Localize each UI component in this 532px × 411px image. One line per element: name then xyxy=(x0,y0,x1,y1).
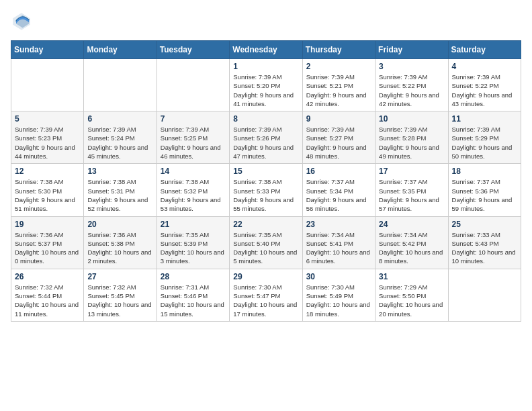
weekday-header-sunday: Sunday xyxy=(11,41,84,59)
day-number: 1 xyxy=(233,62,298,71)
cell-text: Sunrise: 7:39 AM Sunset: 5:23 PM Dayligh… xyxy=(15,125,80,161)
calendar-cell xyxy=(448,269,521,321)
cell-text: Sunrise: 7:34 AM Sunset: 5:41 PM Dayligh… xyxy=(306,230,371,266)
cell-text: Sunrise: 7:29 AM Sunset: 5:50 PM Dayligh… xyxy=(379,283,444,318)
week-row-2: 5Sunrise: 7:39 AM Sunset: 5:23 PM Daylig… xyxy=(11,111,521,164)
day-number: 27 xyxy=(87,272,152,281)
cell-text: Sunrise: 7:39 AM Sunset: 5:25 PM Dayligh… xyxy=(161,125,226,161)
page-header xyxy=(11,11,521,32)
cell-text: Sunrise: 7:39 AM Sunset: 5:21 PM Dayligh… xyxy=(306,73,371,108)
day-number: 29 xyxy=(233,272,298,281)
day-number: 28 xyxy=(161,272,226,281)
calendar-cell: 15Sunrise: 7:38 AM Sunset: 5:33 PM Dayli… xyxy=(230,164,302,216)
weekday-header-saturday: Saturday xyxy=(448,41,521,59)
calendar-cell: 8Sunrise: 7:39 AM Sunset: 5:26 PM Daylig… xyxy=(230,111,302,164)
calendar-cell: 20Sunrise: 7:36 AM Sunset: 5:38 PM Dayli… xyxy=(84,216,157,269)
day-number: 20 xyxy=(87,220,152,229)
weekday-header-friday: Friday xyxy=(375,41,448,59)
cell-text: Sunrise: 7:39 AM Sunset: 5:27 PM Dayligh… xyxy=(306,125,371,161)
calendar-cell: 29Sunrise: 7:30 AM Sunset: 5:47 PM Dayli… xyxy=(230,269,302,321)
day-number: 13 xyxy=(87,167,152,176)
cell-text: Sunrise: 7:33 AM Sunset: 5:43 PM Dayligh… xyxy=(452,230,517,266)
cell-text: Sunrise: 7:37 AM Sunset: 5:36 PM Dayligh… xyxy=(452,177,517,213)
weekday-header-row: SundayMondayTuesdayWednesdayThursdayFrid… xyxy=(11,41,521,59)
day-number: 22 xyxy=(233,220,298,229)
cell-text: Sunrise: 7:38 AM Sunset: 5:31 PM Dayligh… xyxy=(87,177,152,213)
cell-text: Sunrise: 7:30 AM Sunset: 5:47 PM Dayligh… xyxy=(233,283,298,318)
calendar-cell: 27Sunrise: 7:32 AM Sunset: 5:45 PM Dayli… xyxy=(84,269,157,321)
calendar-cell: 22Sunrise: 7:35 AM Sunset: 5:40 PM Dayli… xyxy=(230,216,302,269)
week-row-3: 12Sunrise: 7:38 AM Sunset: 5:30 PM Dayli… xyxy=(11,164,521,216)
calendar-cell: 1Sunrise: 7:39 AM Sunset: 5:20 PM Daylig… xyxy=(230,59,302,111)
calendar-cell: 24Sunrise: 7:34 AM Sunset: 5:42 PM Dayli… xyxy=(375,216,448,269)
day-number: 5 xyxy=(15,114,80,124)
week-row-5: 26Sunrise: 7:32 AM Sunset: 5:44 PM Dayli… xyxy=(11,269,521,321)
cell-text: Sunrise: 7:35 AM Sunset: 5:40 PM Dayligh… xyxy=(233,230,298,266)
logo xyxy=(11,11,35,32)
day-number: 7 xyxy=(161,114,226,124)
day-number: 31 xyxy=(379,272,444,281)
day-number: 10 xyxy=(379,114,444,124)
day-number: 25 xyxy=(452,220,517,229)
cell-text: Sunrise: 7:37 AM Sunset: 5:35 PM Dayligh… xyxy=(379,177,444,213)
calendar-cell: 26Sunrise: 7:32 AM Sunset: 5:44 PM Dayli… xyxy=(11,269,84,321)
cell-text: Sunrise: 7:36 AM Sunset: 5:37 PM Dayligh… xyxy=(15,230,80,266)
calendar-cell: 6Sunrise: 7:39 AM Sunset: 5:24 PM Daylig… xyxy=(84,111,157,164)
calendar-cell: 28Sunrise: 7:31 AM Sunset: 5:46 PM Dayli… xyxy=(157,269,229,321)
day-number: 12 xyxy=(15,167,80,176)
calendar-cell: 11Sunrise: 7:39 AM Sunset: 5:29 PM Dayli… xyxy=(448,111,521,164)
cell-text: Sunrise: 7:39 AM Sunset: 5:29 PM Dayligh… xyxy=(452,125,517,161)
cell-text: Sunrise: 7:39 AM Sunset: 5:24 PM Dayligh… xyxy=(87,125,152,161)
cell-text: Sunrise: 7:38 AM Sunset: 5:30 PM Dayligh… xyxy=(15,177,80,213)
calendar-cell: 7Sunrise: 7:39 AM Sunset: 5:25 PM Daylig… xyxy=(157,111,229,164)
calendar-cell: 21Sunrise: 7:35 AM Sunset: 5:39 PM Dayli… xyxy=(157,216,229,269)
day-number: 21 xyxy=(161,220,226,229)
weekday-header-thursday: Thursday xyxy=(302,41,375,59)
calendar-cell: 25Sunrise: 7:33 AM Sunset: 5:43 PM Dayli… xyxy=(448,216,521,269)
day-number: 4 xyxy=(452,62,517,71)
cell-text: Sunrise: 7:38 AM Sunset: 5:32 PM Dayligh… xyxy=(161,177,226,213)
day-number: 30 xyxy=(306,272,371,281)
calendar-cell: 23Sunrise: 7:34 AM Sunset: 5:41 PM Dayli… xyxy=(302,216,375,269)
cell-text: Sunrise: 7:39 AM Sunset: 5:26 PM Dayligh… xyxy=(233,125,298,161)
calendar-cell: 16Sunrise: 7:37 AM Sunset: 5:34 PM Dayli… xyxy=(302,164,375,216)
cell-text: Sunrise: 7:37 AM Sunset: 5:34 PM Dayligh… xyxy=(306,177,371,213)
cell-text: Sunrise: 7:32 AM Sunset: 5:45 PM Dayligh… xyxy=(87,283,152,318)
cell-text: Sunrise: 7:35 AM Sunset: 5:39 PM Dayligh… xyxy=(161,230,226,266)
calendar-cell: 4Sunrise: 7:39 AM Sunset: 5:22 PM Daylig… xyxy=(448,59,521,111)
calendar-cell: 17Sunrise: 7:37 AM Sunset: 5:35 PM Dayli… xyxy=(375,164,448,216)
logo-icon xyxy=(11,11,32,32)
calendar-cell: 19Sunrise: 7:36 AM Sunset: 5:37 PM Dayli… xyxy=(11,216,84,269)
cell-text: Sunrise: 7:39 AM Sunset: 5:22 PM Dayligh… xyxy=(452,73,517,108)
day-number: 11 xyxy=(452,114,517,124)
calendar-cell: 10Sunrise: 7:39 AM Sunset: 5:28 PM Dayli… xyxy=(375,111,448,164)
cell-text: Sunrise: 7:39 AM Sunset: 5:28 PM Dayligh… xyxy=(379,125,444,161)
calendar-cell xyxy=(84,59,157,111)
day-number: 18 xyxy=(452,167,517,176)
day-number: 26 xyxy=(15,272,80,281)
calendar-cell: 14Sunrise: 7:38 AM Sunset: 5:32 PM Dayli… xyxy=(157,164,229,216)
day-number: 8 xyxy=(233,114,298,124)
day-number: 19 xyxy=(15,220,80,229)
day-number: 15 xyxy=(233,167,298,176)
calendar-cell: 2Sunrise: 7:39 AM Sunset: 5:21 PM Daylig… xyxy=(302,59,375,111)
cell-text: Sunrise: 7:39 AM Sunset: 5:22 PM Dayligh… xyxy=(379,73,444,108)
calendar-cell: 9Sunrise: 7:39 AM Sunset: 5:27 PM Daylig… xyxy=(302,111,375,164)
calendar-cell: 30Sunrise: 7:30 AM Sunset: 5:49 PM Dayli… xyxy=(302,269,375,321)
day-number: 16 xyxy=(306,167,371,176)
calendar-cell xyxy=(157,59,229,111)
calendar-cell: 3Sunrise: 7:39 AM Sunset: 5:22 PM Daylig… xyxy=(375,59,448,111)
day-number: 23 xyxy=(306,220,371,229)
day-number: 14 xyxy=(161,167,226,176)
day-number: 24 xyxy=(379,220,444,229)
cell-text: Sunrise: 7:38 AM Sunset: 5:33 PM Dayligh… xyxy=(233,177,298,213)
week-row-4: 19Sunrise: 7:36 AM Sunset: 5:37 PM Dayli… xyxy=(11,216,521,269)
cell-text: Sunrise: 7:39 AM Sunset: 5:20 PM Dayligh… xyxy=(233,73,298,108)
calendar-cell: 31Sunrise: 7:29 AM Sunset: 5:50 PM Dayli… xyxy=(375,269,448,321)
calendar-cell: 18Sunrise: 7:37 AM Sunset: 5:36 PM Dayli… xyxy=(448,164,521,216)
calendar-cell: 12Sunrise: 7:38 AM Sunset: 5:30 PM Dayli… xyxy=(11,164,84,216)
calendar-cell xyxy=(11,59,84,111)
day-number: 6 xyxy=(87,114,152,124)
calendar-table: SundayMondayTuesdayWednesdayThursdayFrid… xyxy=(11,40,521,322)
day-number: 9 xyxy=(306,114,371,124)
